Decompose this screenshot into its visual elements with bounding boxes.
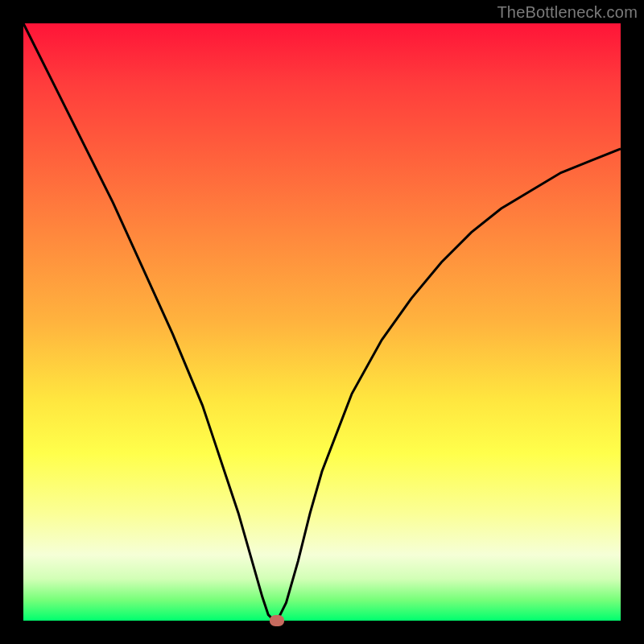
- bottleneck-curve: [23, 23, 621, 621]
- optimal-point-marker: [270, 615, 284, 626]
- curve-path: [23, 23, 621, 621]
- watermark-text: TheBottleneck.com: [497, 3, 638, 22]
- chart-frame: TheBottleneck.com: [0, 0, 644, 644]
- plot-area: [23, 23, 621, 621]
